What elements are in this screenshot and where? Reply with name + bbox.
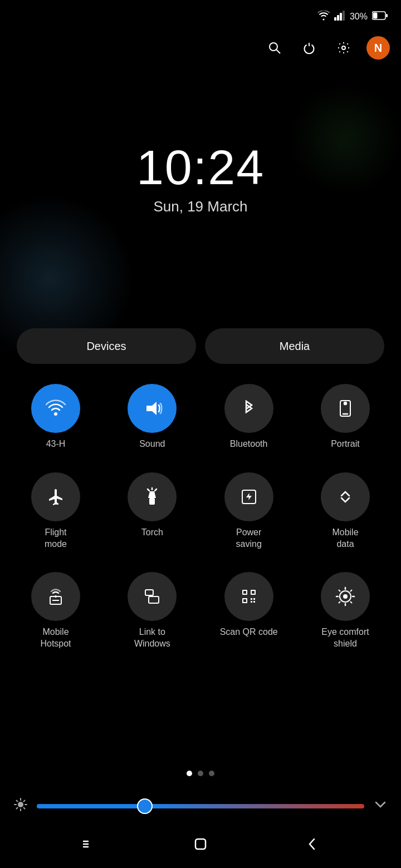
eyecomfort-tile-circle	[321, 572, 370, 621]
tile-bluetooth[interactable]: Bluetooth	[210, 384, 288, 450]
svg-rect-29	[243, 591, 246, 594]
signal-icon	[334, 11, 345, 23]
svg-line-43	[350, 602, 351, 603]
tab-buttons: Devices Media	[17, 328, 384, 364]
tiles-row-3: MobileHotspot Link toWindows	[17, 572, 384, 650]
linktow-tile-circle	[128, 572, 177, 621]
tile-powersaving[interactable]: Powersaving	[210, 472, 288, 550]
svg-rect-3	[343, 11, 345, 21]
wifi-tile-circle	[31, 384, 80, 433]
hotspot-tile-label: MobileHotspot	[40, 627, 71, 650]
svg-point-14	[344, 402, 346, 405]
brightness-icon	[13, 797, 28, 815]
svg-marker-11	[146, 402, 157, 415]
tile-linktow[interactable]: Link toWindows	[113, 572, 191, 650]
tile-mobiledata[interactable]: Mobiledata	[306, 472, 384, 550]
svg-rect-23	[145, 590, 153, 595]
svg-rect-30	[252, 591, 255, 594]
tile-qrcode[interactable]: Scan QR code	[210, 572, 288, 650]
svg-rect-58	[195, 839, 206, 849]
quick-actions-row: N	[263, 36, 390, 60]
recents-button[interactable]	[70, 831, 108, 861]
tile-wifi[interactable]: 43-H	[17, 384, 95, 450]
tiles-grid: 43-H Sound Bluetooth	[17, 384, 384, 672]
svg-line-19	[148, 489, 149, 491]
wifi-tile-label: 43-H	[46, 438, 66, 450]
svg-point-10	[54, 412, 57, 416]
brightness-chevron[interactable]	[373, 797, 388, 815]
powersaving-tile-label: Powersaving	[236, 527, 262, 550]
svg-rect-33	[253, 598, 255, 600]
nav-bar	[0, 823, 401, 868]
battery-icon	[372, 11, 388, 22]
svg-rect-24	[149, 596, 159, 603]
svg-line-8	[277, 50, 281, 54]
hotspot-tile-circle	[31, 572, 80, 621]
svg-point-22	[55, 595, 57, 598]
tile-torch[interactable]: Torch	[113, 472, 191, 550]
media-tab[interactable]: Media	[205, 328, 384, 364]
settings-button[interactable]	[332, 36, 355, 60]
wifi-status-icon	[317, 11, 330, 23]
home-button[interactable]	[182, 831, 219, 861]
tile-flight[interactable]: Flightmode	[17, 472, 95, 550]
flight-tile-label: Flightmode	[45, 527, 67, 550]
devices-tab[interactable]: Devices	[17, 328, 196, 364]
svg-rect-1	[337, 15, 339, 21]
svg-point-46	[18, 802, 23, 807]
brightness-slider-track[interactable]	[37, 804, 364, 808]
notification-button[interactable]: N	[366, 36, 390, 60]
svg-line-52	[24, 808, 25, 809]
qrcode-tile-circle	[224, 572, 273, 621]
svg-rect-15	[149, 498, 155, 505]
powersaving-tile-circle	[224, 472, 273, 521]
page-dot-1	[187, 771, 192, 776]
power-button[interactable]	[297, 36, 321, 60]
clock-area: 10:24 Sun, 19 March	[0, 139, 401, 215]
bluetooth-tile-label: Bluetooth	[230, 438, 268, 450]
svg-line-18	[155, 489, 157, 491]
svg-rect-32	[251, 598, 252, 600]
tile-hotspot[interactable]: MobileHotspot	[17, 572, 95, 650]
battery-percentage: 30%	[350, 12, 368, 22]
svg-point-37	[343, 594, 348, 599]
bluetooth-tile-circle	[224, 384, 273, 433]
tile-portrait[interactable]: Portrait	[306, 384, 384, 450]
svg-line-45	[339, 602, 340, 603]
svg-line-51	[17, 801, 18, 802]
mobiledata-tile-label: Mobiledata	[332, 527, 358, 550]
page-dot-3	[209, 771, 214, 776]
svg-line-42	[339, 590, 340, 591]
torch-tile-circle	[128, 472, 177, 521]
status-bar: 30%	[0, 0, 401, 33]
tile-sound[interactable]: Sound	[113, 384, 191, 450]
flight-tile-circle	[31, 472, 80, 521]
notification-label: N	[374, 42, 382, 55]
svg-rect-31	[243, 599, 246, 602]
linktow-tile-label: Link toWindows	[134, 627, 170, 650]
brightness-row	[13, 797, 388, 815]
search-button[interactable]	[263, 36, 286, 60]
page-indicators	[0, 771, 401, 776]
svg-rect-35	[253, 601, 255, 603]
svg-rect-5	[386, 14, 388, 17]
svg-marker-16	[148, 491, 156, 498]
svg-line-44	[350, 590, 351, 591]
svg-point-7	[270, 43, 277, 51]
svg-rect-34	[251, 601, 252, 603]
svg-point-9	[342, 46, 345, 50]
mobiledata-tile-circle	[321, 472, 370, 521]
page-dot-2	[198, 771, 203, 776]
brightness-slider-thumb[interactable]	[137, 798, 153, 814]
svg-rect-6	[373, 13, 378, 19]
status-icons: 30%	[317, 11, 388, 23]
tile-eyecomfort[interactable]: Eye comfortshield	[306, 572, 384, 650]
svg-line-53	[24, 801, 25, 802]
eyecomfort-tile-label: Eye comfortshield	[321, 627, 369, 650]
sound-tile-label: Sound	[139, 438, 165, 450]
tiles-row-2: Flightmode Torch Powersav	[17, 472, 384, 550]
back-button[interactable]	[293, 831, 331, 861]
svg-rect-0	[334, 17, 336, 21]
clock-time: 10:24	[0, 139, 401, 196]
clock-date: Sun, 19 March	[0, 198, 401, 215]
